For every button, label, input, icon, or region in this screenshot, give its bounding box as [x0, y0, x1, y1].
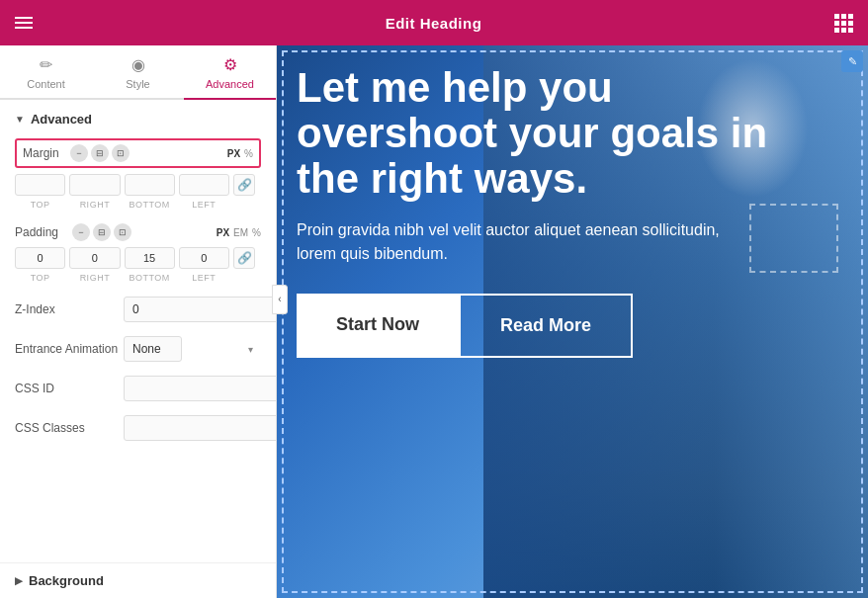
advanced-tab-icon: ⚙	[223, 55, 237, 74]
padding-right-input[interactable]	[69, 247, 120, 269]
css-id-label: CSS ID	[15, 382, 124, 395]
hamburger-menu-icon[interactable]	[15, 17, 33, 29]
margin-input-labels: TOP RIGHT BOTTOM LEFT	[15, 200, 261, 210]
padding-link-icon[interactable]: ⊟	[93, 223, 111, 241]
css-id-input[interactable]	[124, 376, 277, 401]
right-content-area: ✎ Let me help you overshoot your goals i…	[277, 45, 868, 598]
margin-bottom-input[interactable]	[125, 174, 175, 196]
margin-top-input[interactable]	[15, 174, 65, 196]
padding-row: Padding − ⊟ ⊡ PX EM %	[15, 223, 261, 241]
css-classes-input[interactable]	[124, 415, 277, 441]
z-index-label: Z-Index	[15, 302, 124, 316]
padding-label-bottom: BOTTOM	[125, 273, 175, 283]
main-area: ✏ Content ◉ Style ⚙ Advanced ▼ Advanced …	[0, 45, 868, 598]
margin-unit-percent[interactable]: %	[244, 148, 253, 159]
margin-right-input[interactable]	[69, 174, 120, 196]
padding-top-input[interactable]	[15, 247, 65, 269]
entrance-animation-label: Entrance Animation	[15, 342, 124, 356]
padding-label-top: TOP	[15, 273, 65, 283]
hero-edit-button[interactable]: ✎	[841, 50, 863, 72]
label-left: LEFT	[179, 200, 229, 210]
padding-bottom-input[interactable]	[125, 247, 175, 269]
section-toggle-icon[interactable]: ▼	[15, 114, 25, 125]
panel-content: ▼ Advanced Margin − ⊟ ⊡ PX %	[0, 100, 276, 562]
margin-icon-group: − ⊟ ⊡	[70, 144, 130, 162]
css-classes-row: CSS Classes	[15, 415, 261, 441]
read-more-button[interactable]: Read More	[459, 294, 633, 358]
entrance-animation-row: Entrance Animation None FadeIn SlideIn B…	[15, 336, 261, 362]
margin-minus-icon[interactable]: −	[70, 144, 88, 162]
entrance-animation-select-wrapper: None FadeIn SlideIn Bounce	[124, 336, 261, 362]
background-toggle-icon: ▶	[15, 575, 23, 586]
tab-style-label: Style	[126, 78, 149, 90]
content-tab-icon: ✏	[40, 55, 52, 74]
padding-label: Padding	[15, 225, 64, 239]
margin-inputs: 🔗	[15, 174, 261, 196]
tab-advanced[interactable]: ⚙ Advanced	[184, 45, 276, 100]
start-now-button[interactable]: Start Now	[297, 294, 459, 358]
padding-label-left: LEFT	[179, 273, 229, 283]
padding-copy-icon[interactable]: ⊡	[114, 223, 131, 241]
padding-input-labels: TOP RIGHT BOTTOM LEFT	[15, 273, 261, 283]
hero-content: Let me help you overshoot your goals in …	[297, 65, 838, 358]
collapse-panel-arrow[interactable]: ‹	[272, 285, 288, 314]
margin-copy-icon[interactable]: ⊡	[112, 144, 130, 162]
grid-icon[interactable]	[834, 14, 853, 33]
css-classes-label: CSS Classes	[15, 421, 124, 435]
background-section-title: Background	[29, 573, 104, 588]
margin-row: Margin − ⊟ ⊡ PX %	[15, 138, 261, 168]
hero-heading: Let me help you overshoot your goals in …	[297, 65, 771, 203]
padding-unit-px[interactable]: PX	[217, 227, 229, 238]
entrance-animation-select[interactable]: None FadeIn SlideIn Bounce	[124, 336, 182, 362]
padding-unit-group: PX EM %	[217, 227, 261, 238]
margin-left-input[interactable]	[179, 174, 229, 196]
padding-minus-icon[interactable]: −	[72, 223, 90, 241]
hero-buttons: Start Now Read More	[297, 294, 838, 358]
margin-label: Margin	[23, 146, 62, 160]
padding-left-input[interactable]	[179, 247, 229, 269]
z-index-row: Z-Index	[15, 297, 261, 322]
hero-background: ✎ Let me help you overshoot your goals i…	[277, 45, 868, 598]
z-index-input[interactable]	[124, 297, 277, 322]
left-panel: ✏ Content ◉ Style ⚙ Advanced ▼ Advanced …	[0, 45, 277, 598]
background-section-header[interactable]: ▶ Background	[0, 562, 276, 598]
padding-unit-em[interactable]: EM	[233, 227, 248, 238]
margin-unit-px[interactable]: PX	[227, 148, 240, 159]
panel-title: Edit Heading	[386, 15, 482, 32]
label-bottom: BOTTOM	[125, 200, 175, 210]
padding-icon-group: − ⊟ ⊡	[72, 223, 131, 241]
tabs-bar: ✏ Content ◉ Style ⚙ Advanced	[0, 45, 276, 100]
padding-link-btn[interactable]: 🔗	[233, 247, 255, 269]
advanced-section-title: Advanced	[31, 112, 92, 127]
style-tab-icon: ◉	[131, 55, 145, 74]
padding-unit-percent[interactable]: %	[252, 227, 261, 238]
tab-content-label: Content	[27, 78, 65, 90]
hero-subtext: Proin gravida nibh vel velit auctor aliq…	[297, 218, 732, 266]
collapse-arrow-icon: ‹	[278, 294, 281, 304]
hero-edit-icon: ✎	[848, 55, 857, 68]
top-bar: Edit Heading	[0, 0, 868, 45]
padding-inputs: 🔗	[15, 247, 261, 269]
margin-unit-group: PX %	[227, 148, 253, 159]
advanced-section-header: ▼ Advanced	[15, 112, 261, 127]
tab-style[interactable]: ◉ Style	[92, 45, 184, 98]
margin-link-icon[interactable]: ⊟	[91, 144, 109, 162]
label-top: TOP	[15, 200, 65, 210]
padding-label-right: RIGHT	[69, 273, 120, 283]
css-id-row: CSS ID	[15, 376, 261, 401]
margin-link-btn[interactable]: 🔗	[233, 174, 255, 196]
label-right: RIGHT	[69, 200, 120, 210]
tab-advanced-label: Advanced	[206, 78, 254, 90]
tab-content[interactable]: ✏ Content	[0, 45, 92, 98]
